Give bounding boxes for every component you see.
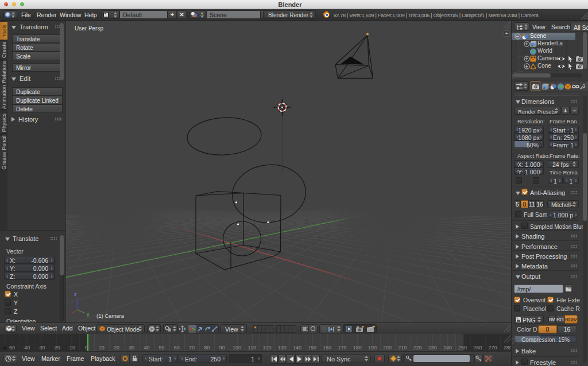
svg-text:z: z [74,291,77,297]
svg-text:y: y [87,312,90,317]
